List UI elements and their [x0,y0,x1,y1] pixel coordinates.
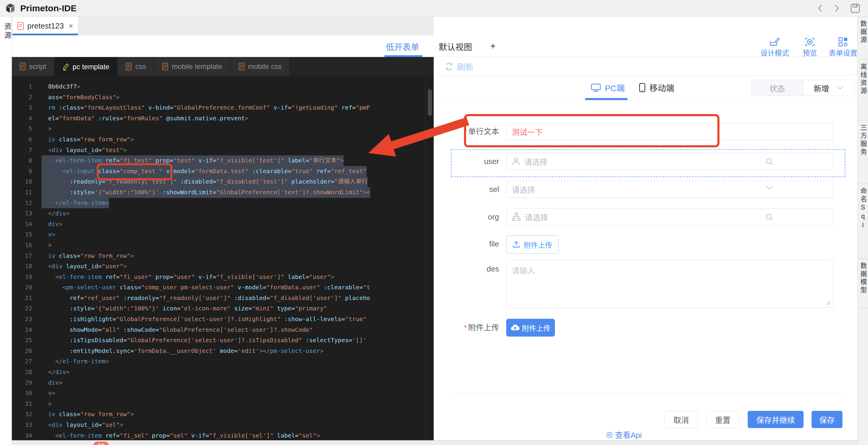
tab-lowcode-form[interactable]: 低开表单 [386,41,419,53]
code-line[interactable]: 25 :isTipsDisabled="GlobalPreference['se… [12,335,434,346]
code-line[interactable]: 18<div layout_id="user"> [12,261,434,272]
monitor-icon [591,83,601,92]
search-icon[interactable] [765,213,774,221]
code-line[interactable]: 32iv class="row form_row"> [12,409,434,420]
code-line[interactable]: 10······:readonly="f_readonly['test']"·:… [12,177,434,187]
code-line[interactable]: 11······:style='{"width":"100%"}'·:showW… [12,187,434,198]
code-line[interactable]: 15v> [12,229,434,240]
rail-item-label: 离线资源 [858,63,868,120]
preview-button[interactable]: 预览 [803,37,817,58]
rail-item-datasource[interactable]: 数据源 [858,17,868,60]
editor-scrollbar-thumb[interactable] [428,89,432,116]
editor-tab-mobile-css[interactable]: mobile css [231,57,289,76]
form-row-attachment: *附件上传 附件上传 [453,319,848,337]
resize-handle-icon[interactable] [825,300,831,306]
tab-mobile[interactable]: 移动端 [639,82,674,94]
rail-item-data-model[interactable]: 数据模型 [858,259,868,308]
rail-item-third-party-services[interactable]: 三方服务 [858,121,868,184]
tab-pc[interactable]: PC端 [591,82,625,94]
left-rail-resources-tab[interactable]: 资源 [2,23,12,40]
code-line[interactable]: 3rm :class="formLayoutClass" v-bind="Glo… [12,102,434,113]
code-line[interactable]: 30v> [12,388,434,399]
code-line[interactable]: 21 ref="ref_user" :readonly="f_readonly[… [12,293,434,304]
code-line[interactable]: 9····<el-input·class="comp_test "·v-mode… [12,166,434,177]
code-line[interactable]: 29div> [12,378,434,388]
tab-default-view[interactable]: 默认视图 [439,41,472,53]
code-line[interactable]: 17iv class="row form_row"> [12,251,434,261]
nav-back-icon[interactable] [817,4,824,13]
form-row-sel: sel 请选择 [453,181,848,198]
code-line[interactable]: 14div> [12,219,434,230]
save-button[interactable]: 保存 [811,411,842,428]
rail-item-offline-resources[interactable]: 离线资源 [858,60,868,121]
annotation-red-arrow [350,116,475,160]
document-tabbar: pretest123 × [12,17,434,35]
code-line[interactable]: 12··</el-form-item> [12,198,434,209]
editor-tabbar: script pc template css mobile template m… [12,57,434,77]
code-line[interactable]: 18b6dc3f7> [12,82,434,92]
status-dropdown[interactable]: 状态 新增 [751,80,854,96]
attachment-upload-button[interactable]: 附件上传 [506,319,555,337]
code-line[interactable]: 28</div> [12,367,434,378]
code-line[interactable]: 2ass="formBodyClass"> [12,92,434,103]
view-api-link[interactable]: ◎ 查看Api [606,429,642,440]
description-textarea[interactable] [506,260,833,308]
close-tab-icon[interactable]: × [69,21,73,31]
field-label-text: org [488,213,499,221]
chevron-down-icon[interactable] [766,185,774,190]
save-icon[interactable] [850,3,860,13]
status-label: 状态 [752,80,803,96]
file-upload-button[interactable]: 附件上传 [506,235,558,254]
form-settings-icon [838,37,848,46]
code-line[interactable]: 27 </el-form-item> [12,356,434,367]
bottom-scrollbar-strip[interactable] [12,440,857,445]
file-icon [20,63,26,70]
file-icon [239,63,245,70]
reset-button[interactable]: 重置 [706,411,739,428]
editor-tab-css[interactable]: css [118,57,154,76]
upload-icon [513,241,520,248]
code-line[interactable]: 20 <pm-select-user class="comp_user pm-s… [12,282,434,293]
view-api-label: 查看Api [615,429,642,440]
refresh-button[interactable]: 刷新 [444,61,473,72]
org-select-input[interactable]: 请选择 [506,208,833,225]
design-mode-label: 设计模式 [761,47,789,58]
code-line[interactable]: 24 showMode="all" :showCode="GlobalPrefe… [12,325,434,336]
nav-forward-icon[interactable] [834,4,840,13]
app-title: Primeton-IDE [20,3,76,13]
design-mode-button[interactable]: 设计模式 [761,37,789,58]
code-line[interactable]: 33<div layout_id="sel"> [12,420,434,431]
code-line[interactable]: 31> [12,399,434,409]
code-line[interactable]: 22 :style='{"width":"100%"}' icon="el-ic… [12,303,434,314]
file-icon [162,63,168,70]
editor-tab-pc-template[interactable]: pc template [55,57,117,77]
code-line[interactable]: 16> [12,240,434,251]
status-value[interactable]: 新增 [803,80,854,96]
code-line[interactable]: 19 <el-form-item ref="fi_user" prop="use… [12,272,434,283]
document-tab-title: pretest123 [27,21,64,31]
code-line[interactable]: 26 :entityModel.sync='formData.__userObj… [12,346,434,356]
chevron-down-icon [837,86,843,90]
cancel-button[interactable]: 取消 [664,411,698,428]
form-settings-button[interactable]: 表单设置 [829,37,857,58]
rail-item-named-sql[interactable]: 命名Sql [858,184,868,259]
editor-tab-label: css [135,62,146,71]
form-row-file: file 附件上传 [453,235,848,254]
editor-tab-mobile-template[interactable]: mobile template [154,57,229,76]
sel-select[interactable]: 请选择 [506,181,833,198]
refresh-icon [444,62,454,71]
edit-pencil-icon [62,63,69,71]
field-label-text: des [487,264,499,273]
code-line[interactable]: 34 <el-form-item ref="fi_sel" prop="sel"… [12,431,434,440]
file-upload-label: 附件上传 [524,240,552,250]
placeholder: 请选择 [512,184,535,195]
add-view-tab-button[interactable]: + [490,41,496,52]
editor-tab-label: mobile template [172,62,222,71]
editor-tab-script[interactable]: script [12,57,54,76]
code-line[interactable]: 23 :isHighlight="GlobalPreference['selec… [12,314,434,325]
file-icon [126,63,132,70]
preview-header: 刷新 [434,57,857,76]
document-tab[interactable]: pretest123 × [12,17,78,35]
code-line[interactable]: 13</div> [12,208,434,219]
save-and-continue-button[interactable]: 保存并继续 [748,411,804,428]
